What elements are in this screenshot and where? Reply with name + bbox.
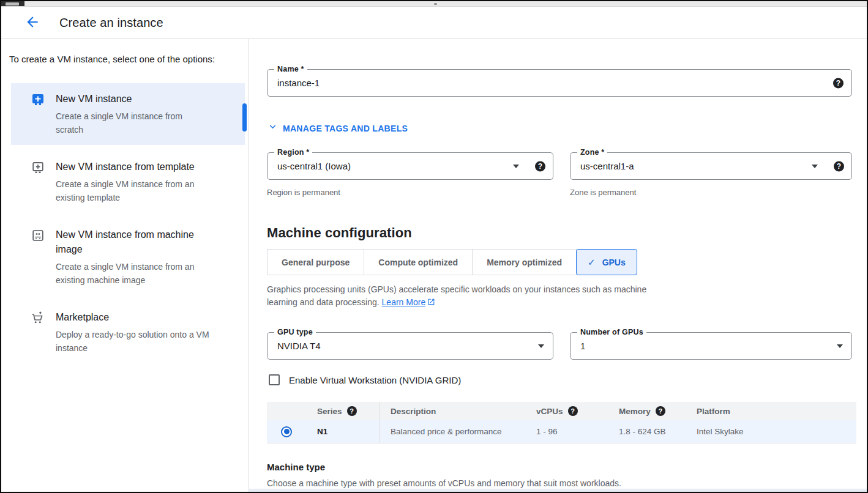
zone-group: Zone * us-central1-a Zone is permanent (570, 152, 852, 197)
region-value: us-central1 (Iowa) (268, 161, 351, 171)
gpu-type-select[interactable]: GPU type NVIDIA T4 (267, 332, 553, 360)
external-link-icon (427, 297, 435, 310)
gpu-count-label: Number of GPUs (577, 328, 646, 336)
sidebar-item-description: Create a single VM instance from scratch (56, 109, 210, 136)
zone-helper-text: Zone is permanent (570, 188, 852, 197)
memory-cell: 1.8 - 624 GB (619, 427, 666, 436)
sidebar-options-list: New VM instance Create a single VM insta… (1, 83, 249, 363)
zone-dropdown-caret-icon[interactable] (812, 165, 818, 168)
gpu-type-dropdown-caret-icon[interactable] (538, 344, 544, 348)
tab-label: GPUs (602, 258, 626, 267)
name-field[interactable]: Name * instance-1 (267, 69, 852, 97)
name-field-label: Name * (274, 65, 307, 73)
series-row-n1[interactable]: N1 Balanced price & performance 1 - 96 1… (267, 420, 856, 443)
series-header-radio-spacer (267, 402, 306, 420)
sidebar-item-description: Create a single VM instance from an exis… (56, 177, 210, 204)
region-group: Region * us-central1 (Iowa) Region is pe… (267, 152, 553, 197)
gpu-type-value: NVIDIA T4 (268, 341, 321, 351)
arrow-left-icon (24, 14, 40, 32)
vcpus-help-icon[interactable] (568, 406, 578, 416)
series-n1-radio[interactable] (281, 426, 292, 437)
tab-label: Compute optimized (378, 258, 458, 267)
gpu-type-label: GPU type (274, 328, 316, 336)
sidebar-item-label: New VM instance from template (56, 160, 210, 174)
sidebar-item-label: Marketplace (56, 310, 210, 325)
series-column-header: Series (317, 407, 342, 416)
gpu-count-dropdown-caret-icon[interactable] (837, 344, 843, 348)
machine-configuration-title: Machine configuration (267, 225, 852, 241)
sidebar-item-marketplace[interactable]: Marketplace Deploy a ready-to-go solutio… (11, 302, 245, 363)
machine-type-description: Choose a machine type with preset amount… (267, 478, 852, 488)
sidebar-item-description: Deploy a ready-to-go solution onto a VM … (56, 328, 210, 355)
name-field-value: instance-1 (268, 78, 320, 88)
machine-family-tabs: General purpose Compute optimized Memory… (267, 249, 852, 275)
next-section-edge (249, 489, 867, 492)
virtual-workstation-checkbox[interactable] (269, 374, 280, 385)
page-header: Create an instance (1, 7, 867, 39)
zone-help-icon[interactable] (834, 161, 844, 171)
region-dropdown-caret-icon[interactable] (513, 165, 519, 168)
vm-instance-icon (31, 92, 45, 107)
sidebar-item-label: New VM instance from machine image (56, 228, 210, 257)
check-icon (588, 257, 596, 268)
gpu-count-select[interactable]: Number of GPUs 1 (570, 332, 852, 360)
window-tab (6, 2, 19, 6)
sidebar-item-new-vm-from-template[interactable]: New VM instance from template Create a s… (11, 151, 245, 213)
tab-label: Memory optimized (487, 258, 562, 267)
cart-icon (31, 311, 45, 325)
sidebar-intro-text: To create a VM instance, select one of t… (1, 54, 249, 64)
series-table: Series Description vCPUs Memory Platform (267, 402, 856, 443)
sidebar: To create a VM instance, select one of t… (1, 39, 249, 492)
chevron-down-icon (267, 121, 279, 135)
memory-help-icon[interactable] (656, 406, 665, 416)
window-handle-dot (434, 3, 437, 5)
zone-select[interactable]: Zone * us-central1-a (570, 152, 852, 180)
app-window: Create an instance To create a VM instan… (0, 0, 868, 493)
sidebar-item-label: New VM instance (56, 92, 210, 106)
zone-label: Zone * (577, 148, 607, 157)
vcpus-cell: 1 - 96 (536, 427, 558, 436)
tab-memory-optimized[interactable]: Memory optimized (472, 249, 577, 275)
zone-value: us-central1-a (571, 161, 634, 171)
sidebar-item-new-vm-from-machine-image[interactable]: New VM instance from machine image Creat… (11, 219, 245, 295)
series-table-header: Series Description vCPUs Memory Platform (267, 402, 856, 420)
tab-label: General purpose (282, 258, 350, 267)
vcpus-column-header: vCPUs (536, 407, 563, 416)
sidebar-item-new-vm-instance[interactable]: New VM instance Create a single VM insta… (11, 83, 245, 145)
manage-tags-label: MANAGE TAGS AND LABELS (283, 124, 408, 133)
region-helper-text: Region is permanent (267, 188, 553, 197)
manage-tags-expander[interactable]: MANAGE TAGS AND LABELS (267, 121, 408, 135)
name-help-icon[interactable] (833, 78, 844, 88)
platform-column-header: Platform (697, 407, 730, 416)
instance-form: Name * instance-1 MANAGE TAGS AND LABELS… (249, 39, 867, 492)
region-help-icon[interactable] (535, 161, 545, 171)
back-button[interactable] (23, 13, 42, 32)
tab-compute-optimized[interactable]: Compute optimized (364, 249, 473, 275)
series-cell: N1 (317, 427, 327, 436)
vm-template-icon (31, 160, 45, 175)
machine-type-title: Machine type (267, 462, 852, 472)
region-label: Region * (274, 148, 312, 157)
tab-gpus[interactable]: GPUs (576, 249, 637, 275)
page-title: Create an instance (59, 16, 163, 30)
gpu-description-text: Graphics processing units (GPUs) acceler… (267, 284, 646, 307)
virtual-workstation-option[interactable]: Enable Virtual Workstation (NVIDIA GRID) (267, 374, 461, 385)
window-titlebar (1, 1, 867, 7)
memory-column-header: Memory (619, 407, 651, 416)
sidebar-scrollbar-thumb[interactable] (242, 103, 247, 132)
series-help-icon[interactable] (347, 406, 357, 416)
platform-cell: Intel Skylake (697, 427, 744, 436)
description-cell: Balanced price & performance (391, 427, 502, 436)
region-select[interactable]: Region * us-central1 (Iowa) (267, 152, 553, 180)
sidebar-item-description: Create a single VM instance from an exis… (56, 260, 210, 287)
virtual-workstation-label: Enable Virtual Workstation (NVIDIA GRID) (289, 375, 461, 385)
learn-more-link[interactable]: Learn More (382, 297, 426, 307)
gpu-count-value: 1 (571, 341, 585, 351)
gpu-description: Graphics processing units (GPUs) acceler… (267, 283, 664, 310)
description-column-header: Description (391, 407, 436, 416)
tab-general-purpose[interactable]: General purpose (267, 249, 364, 275)
machine-image-icon (31, 228, 45, 243)
